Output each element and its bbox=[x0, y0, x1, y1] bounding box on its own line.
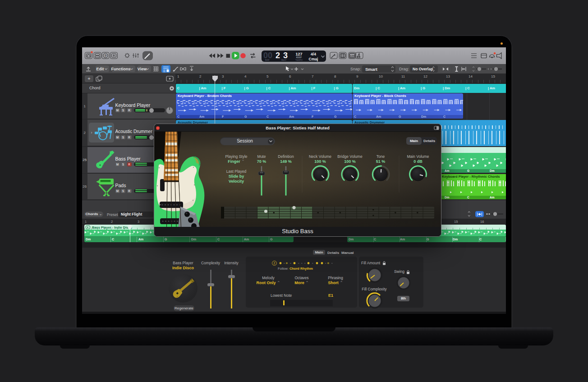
svg-text:Edit: Edit bbox=[96, 66, 104, 71]
svg-text:Snap:: Snap: bbox=[350, 67, 361, 71]
svg-text:1234: 1234 bbox=[350, 55, 355, 57]
svg-text:?: ? bbox=[105, 54, 107, 58]
svg-text:Smart: Smart bbox=[365, 66, 378, 71]
svg-text:Drag:: Drag: bbox=[399, 67, 409, 71]
svg-text:No Overlap: No Overlap bbox=[413, 67, 433, 71]
svg-text:Functions: Functions bbox=[111, 66, 131, 71]
svg-text:View: View bbox=[138, 66, 147, 71]
